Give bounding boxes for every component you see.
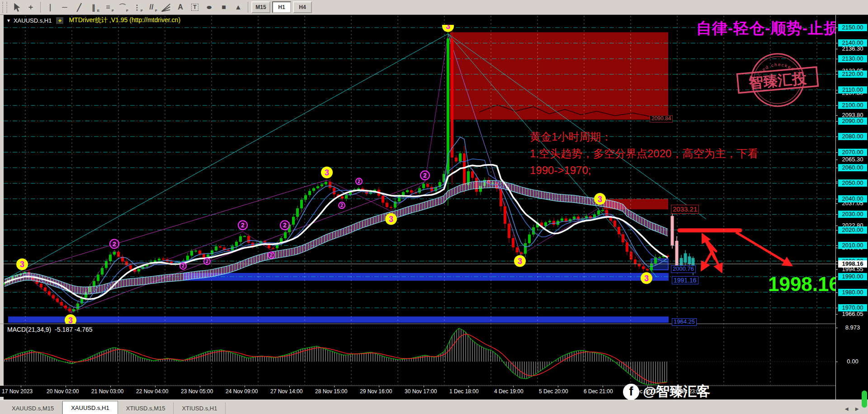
chart-tab-bar: XAUUSD.s,M15XAUUSD.s,H1XTIUSD.s,M15XTIUS… <box>0 400 868 414</box>
price-grid-label: 2140.00 <box>838 39 867 47</box>
demand-zone-2[interactable] <box>8 316 669 323</box>
chart-symbol-label: XAUUSD.s,H1 <box>14 17 52 24</box>
svg-text:2: 2 <box>241 221 245 229</box>
svg-text:2: 2 <box>423 172 427 179</box>
forecast-candle <box>671 216 674 245</box>
svg-text:2: 2 <box>182 263 184 268</box>
entry-box-label: 2000.76 <box>671 265 696 273</box>
price-grid-label: 2100.00 <box>838 102 867 109</box>
watermark-text: @智臻汇客 <box>643 382 710 401</box>
time-label: 27 Nov 14:00 <box>270 388 302 395</box>
entry-box[interactable] <box>651 259 668 270</box>
price-grid-label: 2070.00 <box>838 149 867 156</box>
price-level-label: 2065.30 <box>838 156 867 163</box>
forecast-candle <box>684 253 687 263</box>
price-grid-label: 2090.00 <box>838 118 867 125</box>
price-grid-label: 2040.00 <box>838 195 867 202</box>
svg-text:3: 3 <box>518 257 522 266</box>
tab-xauusd-s-m15[interactable]: XAUUSD.s,M15 <box>4 402 62 414</box>
price-grid-label: 2060.00 <box>838 164 867 171</box>
analysis-line-3: 1990->1970; <box>530 162 783 179</box>
supply-zone-minor-label: 2033.21 <box>671 205 699 213</box>
macd-scale-zero: 0.00 <box>838 358 867 365</box>
svg-text:3: 3 <box>598 195 602 204</box>
tab-xtiusd-s-m15[interactable]: XTIUSD.s,M15 <box>118 402 174 414</box>
time-label: 21 Nov 03:00 <box>91 388 123 395</box>
svg-text:3: 3 <box>446 22 450 31</box>
time-label: 20 Nov 02:00 <box>47 388 79 395</box>
slogan-text: 自律-轻仓-顺势-止损 <box>696 18 840 39</box>
chart-title: ▼ XAUUSD.s,H1 + MTDriver统计 ,V1.95 (http:… <box>6 16 180 24</box>
price-grid-label: 2030.00 <box>838 211 867 218</box>
price-grid-label: 2150.00 <box>838 24 867 31</box>
current-price-callout: 1998.16 <box>750 273 840 296</box>
price-grid-label: 2110.00 <box>838 86 867 94</box>
svg-text:3: 3 <box>644 274 649 283</box>
price-grid-label: 1980.00 <box>838 289 867 296</box>
price-grid-label: 2080.00 <box>838 133 867 140</box>
scroll-thumb[interactable] <box>862 390 867 408</box>
svg-text:2: 2 <box>270 253 273 258</box>
svg-text:2: 2 <box>113 240 116 248</box>
svg-text:2: 2 <box>206 259 208 264</box>
macd-values: -5.187 -4.765 <box>55 326 92 333</box>
time-label: 5 Dec 20:00 <box>539 388 568 395</box>
forecast-candle <box>688 256 691 264</box>
forecast-candle <box>675 241 679 268</box>
macd-indicator-label: MACD(21,34,9)-5.187 -4.765 <box>7 326 93 333</box>
time-label: 17 Nov 2023 <box>2 388 33 395</box>
price-grid-label: 2010.00 <box>838 242 867 249</box>
time-label: 29 Nov 16:00 <box>360 388 392 395</box>
trendline-cyan[interactable] <box>5 34 448 280</box>
facebook-icon: f <box>623 384 639 400</box>
time-label: 28 Nov 15:00 <box>315 388 347 395</box>
projection-arrow[interactable] <box>702 251 712 270</box>
mt4-window: ＋｜─╱∥E≡F⌒F⋮F//FAT●■▲M15H1H4 333333332222… <box>0 0 868 414</box>
time-label: 24 Nov 09:00 <box>226 388 258 395</box>
analysis-line-2: 1.空头趋势，多空分界点2020，高空为主，下看 <box>530 145 783 162</box>
price-level-label: 1966.05 <box>838 310 867 318</box>
macd-histogram <box>5 328 667 385</box>
macd-name: MACD(21,34,9) <box>7 326 51 333</box>
svg-text:3: 3 <box>325 168 329 177</box>
svg-text:2: 2 <box>358 179 360 184</box>
svg-text:3: 3 <box>68 316 73 325</box>
projection-arrow[interactable] <box>736 232 791 265</box>
price-grid-label: 2050.00 <box>838 179 867 187</box>
price-grid-label: 2120.00 <box>838 71 867 78</box>
tab-scroll-arrows[interactable]: ◄► <box>844 405 864 412</box>
price-grid-label: 1990.00 <box>838 273 867 280</box>
macd-scale-top: 8.973 <box>838 324 867 331</box>
price-grid-label: 1970.00 <box>838 304 867 311</box>
demand-zone-2-label: 1964.25 <box>672 318 697 326</box>
overlay-shapes <box>679 231 791 272</box>
analysis-line-1: 黄金1小时周期： <box>530 128 783 145</box>
svg-text:3: 3 <box>389 215 393 224</box>
analysis-note: 黄金1小时周期： 1.空头趋势，多空分界点2020，高空为主，下看 1990->… <box>530 128 783 179</box>
demand-zone-1-label: 1991.16 <box>672 276 698 284</box>
indicator-credit: MTDriver统计 ,V1.95 (http://mtdriver.cn) <box>69 16 180 24</box>
tab-xauusd-s-h1[interactable]: XAUUSD.s,H1 <box>62 401 118 414</box>
tab-xtiusd-s-h1[interactable]: XTIUSD.s,H1 <box>174 402 226 414</box>
plus-icon[interactable]: + <box>56 17 63 24</box>
time-label: 4 Dec 19:00 <box>494 388 524 395</box>
svg-text:2: 2 <box>340 203 343 208</box>
price-scale[interactable]: 2136.302122.052107.802093.802065.302051.… <box>835 15 868 400</box>
time-label: 1 Dec 18:00 <box>449 388 479 395</box>
price-grid-label: 2130.00 <box>838 55 867 62</box>
broker-stamp: checked checked checked 智臻汇投 <box>735 47 821 113</box>
svg-text:2: 2 <box>283 221 287 229</box>
price-grid-label: 2020.00 <box>838 226 867 234</box>
time-label: 30 Nov 17:00 <box>405 388 437 395</box>
watermark: f @智臻汇客 <box>623 382 710 401</box>
supply-zone-major[interactable] <box>450 32 668 119</box>
time-label: 22 Nov 04:00 <box>136 388 168 395</box>
time-label: 6 Dec 21:00 <box>584 388 613 395</box>
time-label: 23 Nov 05:00 <box>181 388 213 395</box>
macd-pane <box>4 328 835 385</box>
supply-zone-major-label: 2090.84 <box>650 115 673 122</box>
chart-dropdown-icon[interactable]: ▼ <box>6 18 11 23</box>
svg-text:3: 3 <box>20 260 24 269</box>
current-price-label: 1998.16 <box>838 260 867 268</box>
period-separators <box>25 16 817 385</box>
